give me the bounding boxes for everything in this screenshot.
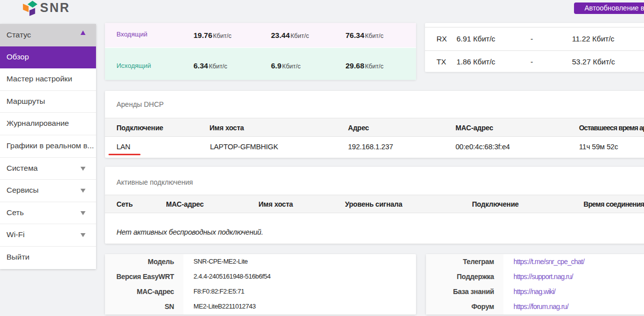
svg-text:SNR: SNR (40, 0, 70, 14)
